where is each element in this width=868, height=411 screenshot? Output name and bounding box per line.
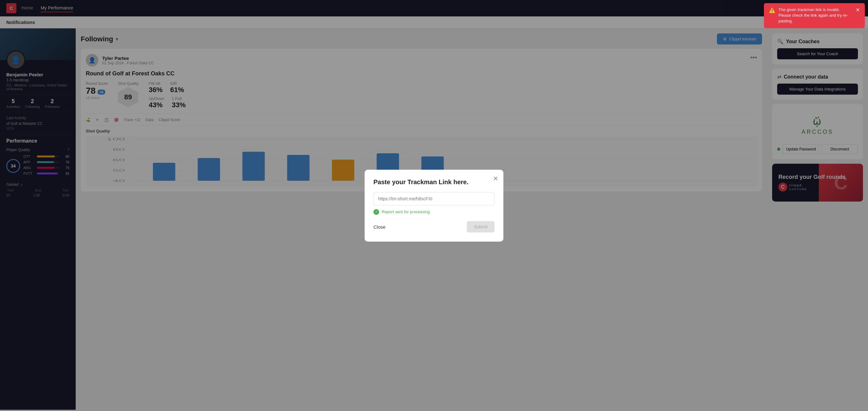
trackman-modal: ✕ Paste your Trackman Link here. ✓ Repor… <box>365 170 503 242</box>
modal-submit-button[interactable]: Submit <box>467 221 495 232</box>
toast-close-icon[interactable]: ✕ <box>856 7 860 13</box>
modal-close-button[interactable]: Close <box>373 221 385 233</box>
toast-message: The given trackman link is invalid. Plea… <box>778 7 852 24</box>
modal-close-x-button[interactable]: ✕ <box>493 175 498 182</box>
modal-overlay: ✕ Paste your Trackman Link here. ✓ Repor… <box>0 0 868 411</box>
modal-actions: Close Submit <box>373 221 495 233</box>
toast-warning-icon: ⚠️ <box>769 7 775 13</box>
modal-title: Paste your Trackman Link here. <box>373 179 495 186</box>
modal-success-message: ✓ Report sent for processing <box>373 209 495 215</box>
error-toast: ⚠️ The given trackman link is invalid. P… <box>764 3 865 28</box>
success-check-icon: ✓ <box>373 209 379 215</box>
success-text: Report sent for processing <box>382 210 430 214</box>
trackman-link-input[interactable] <box>373 192 495 205</box>
